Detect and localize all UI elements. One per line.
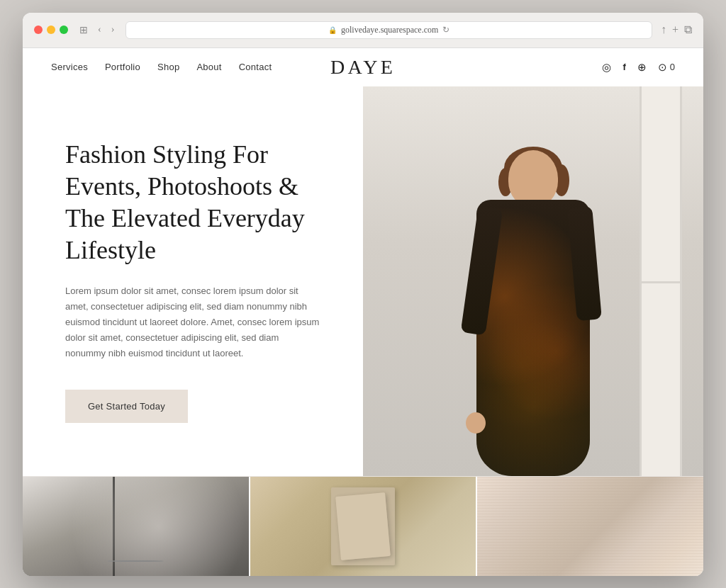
gallery-item-3[interactable]	[477, 477, 703, 576]
lock-icon: 🔒	[328, 26, 337, 34]
pinterest-icon[interactable]: ⊕	[637, 61, 647, 74]
gallery-item-1[interactable]	[23, 477, 249, 576]
gallery-item-2[interactable]	[250, 477, 476, 576]
sidebar-toggle-icon[interactable]: ⊞	[77, 23, 91, 38]
address-bar[interactable]: 🔒 golivedaye.squarespace.com ↻	[125, 21, 652, 39]
website-content: Services Portfolio Shop About Contact DA…	[23, 48, 703, 576]
close-button[interactable]	[34, 26, 43, 34]
instagram-icon[interactable]: ◎	[602, 61, 611, 74]
browser-chrome: ⊞ ‹ › 🔒 golivedaye.squarespace.com ↻ ↑ +…	[23, 13, 703, 48]
tabs-icon[interactable]: ⧉	[684, 23, 692, 36]
window-frame	[640, 86, 682, 476]
nav-right: ◎ f ⊕ ⊙ 0	[602, 61, 675, 74]
nav-about-link[interactable]: About	[196, 62, 221, 72]
gallery-section	[23, 476, 703, 576]
forward-icon[interactable]: ›	[108, 23, 118, 37]
traffic-lights	[34, 26, 68, 34]
cart-count: 0	[670, 62, 675, 72]
gallery-3-grain	[477, 477, 703, 576]
nav-services-link[interactable]: Services	[51, 62, 88, 72]
hero-image	[363, 86, 703, 476]
hero-section: Fashion Styling For Events, Photoshoots …	[23, 86, 703, 476]
model-head	[508, 150, 558, 207]
cart-icon: ⊙	[658, 61, 667, 74]
gallery-2-photo-2	[335, 492, 391, 560]
hero-description: Lorem ipsum dolor sit amet, consec lorem…	[65, 283, 320, 361]
back-icon[interactable]: ‹	[95, 23, 104, 37]
nav-center: DAYE	[330, 56, 396, 79]
maximize-button[interactable]	[60, 26, 68, 34]
nav-shop-link[interactable]: Shop	[157, 62, 179, 72]
nav-portfolio-link[interactable]: Portfolio	[105, 62, 140, 72]
cta-button[interactable]: Get Started Today	[65, 390, 188, 423]
hero-title: Fashion Styling For Events, Photoshoots …	[65, 139, 335, 266]
model-left-hand	[466, 412, 486, 434]
share-icon[interactable]: ↑	[661, 23, 666, 36]
gallery-1-highlight	[23, 477, 249, 576]
url-text: golivedaye.squarespace.com	[341, 25, 438, 35]
nav-left-links: Services Portfolio Shop About Contact	[51, 62, 272, 72]
browser-window: ⊞ ‹ › 🔒 golivedaye.squarespace.com ↻ ↑ +…	[23, 13, 703, 576]
hero-content: Fashion Styling For Events, Photoshoots …	[23, 86, 363, 476]
brand-logo[interactable]: DAYE	[330, 56, 396, 78]
browser-actions: ↑ + ⧉	[661, 23, 692, 36]
reload-icon[interactable]: ↻	[442, 25, 449, 35]
browser-nav-controls: ⊞ ‹ ›	[77, 23, 117, 38]
model-figure	[462, 136, 604, 476]
minimize-button[interactable]	[47, 26, 55, 34]
new-tab-icon[interactable]: +	[672, 23, 678, 36]
cart-button[interactable]: ⊙ 0	[658, 61, 675, 74]
main-nav: Services Portfolio Shop About Contact DA…	[23, 48, 703, 86]
nav-contact-link[interactable]: Contact	[239, 62, 272, 72]
facebook-icon[interactable]: f	[622, 62, 625, 72]
